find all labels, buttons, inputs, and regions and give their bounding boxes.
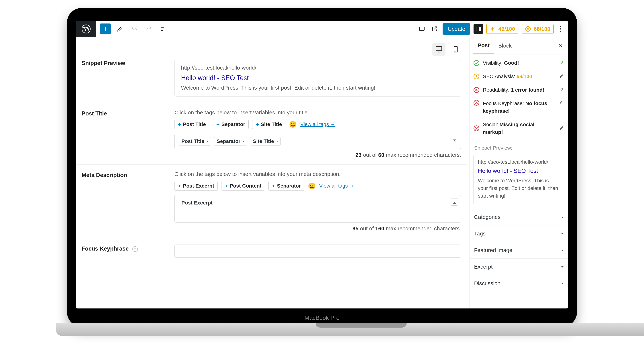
chevron-down-icon bbox=[561, 266, 564, 268]
status-visibility[interactable]: Visibility: Good! bbox=[473, 56, 564, 70]
used-tag-post-excerpt[interactable]: Post Excerpt bbox=[179, 199, 219, 207]
snippet-description: Welcome to WordPress. This is your first… bbox=[181, 85, 454, 91]
laptop-bezel: Update 46/100 68/100 bbox=[67, 8, 577, 327]
tag-label: Post Excerpt bbox=[183, 183, 214, 189]
emoji-picker-button[interactable]: 😀 bbox=[289, 121, 297, 128]
post-title-char-count: 23 out of 60 max recommended characters. bbox=[174, 152, 461, 158]
panel-categories[interactable]: Categories bbox=[470, 209, 568, 225]
post-title-input[interactable]: Post Title Separator Site Title bbox=[174, 134, 461, 149]
wordpress-logo[interactable] bbox=[76, 21, 96, 37]
edit-tool-button[interactable] bbox=[114, 24, 125, 34]
chevron-down-icon bbox=[207, 141, 208, 142]
laptop-base bbox=[56, 323, 644, 336]
update-button[interactable]: Update bbox=[442, 23, 470, 34]
snippet-description: Welcome to WordPress. This is your first… bbox=[478, 177, 560, 200]
sidebar-toggle-button[interactable] bbox=[474, 24, 483, 34]
readability-score-badge[interactable]: 46/100 bbox=[486, 24, 518, 34]
edit-icon[interactable] bbox=[559, 60, 564, 66]
snippet-preview-label: Snippet Preview bbox=[82, 59, 174, 96]
tag-label: Site Title bbox=[261, 122, 282, 127]
svg-point-6 bbox=[560, 26, 561, 27]
svg-rect-3 bbox=[479, 27, 480, 31]
add-tag-separator[interactable]: +Separator bbox=[213, 120, 248, 129]
target-icon bbox=[525, 26, 531, 32]
snippet-url: http://seo-test.local/hello-world/ bbox=[478, 159, 560, 165]
plus-icon: + bbox=[256, 121, 259, 128]
emoji-picker-button[interactable]: 😀 bbox=[308, 182, 316, 190]
status-social[interactable]: Social: Missing social markup! bbox=[473, 118, 564, 139]
chevron-down-icon bbox=[561, 217, 564, 219]
clear-input-button[interactable] bbox=[451, 198, 458, 206]
svg-point-5 bbox=[527, 28, 529, 30]
used-tag-separator[interactable]: Separator bbox=[214, 137, 247, 146]
error-circle-icon bbox=[473, 100, 480, 106]
preview-desktop-button[interactable] bbox=[432, 42, 446, 56]
post-title-label: Post Title bbox=[82, 110, 174, 158]
tab-post[interactable]: Post bbox=[473, 37, 494, 54]
svg-point-7 bbox=[560, 28, 561, 30]
preview-device-switch bbox=[432, 42, 462, 56]
more-options-button[interactable] bbox=[557, 26, 564, 32]
tag-label: Separator bbox=[277, 183, 301, 189]
meta-description-label: Meta Description bbox=[82, 171, 174, 232]
status-focus-keyphrase[interactable]: Focus Keyphrase: No focus keyphrase! bbox=[473, 97, 564, 118]
snippet-preview-box: http://seo-test.local/hello-world/ Hello… bbox=[174, 59, 461, 96]
seo-status-list: Visibility: Good! SEO Analysis: 68/100 R… bbox=[470, 54, 568, 141]
used-tag-site-title[interactable]: Site Title bbox=[250, 137, 281, 146]
editor-main-area: Snippet Preview http://seo-test.local/he… bbox=[76, 37, 470, 308]
sidebar-tabs: Post Block bbox=[470, 37, 568, 54]
svg-rect-1 bbox=[419, 27, 424, 30]
edit-icon[interactable] bbox=[559, 100, 564, 106]
add-tag-site-title[interactable]: +Site Title bbox=[252, 120, 286, 129]
chevron-down-icon bbox=[215, 203, 216, 204]
plus-icon: + bbox=[178, 121, 181, 128]
panel-tags[interactable]: Tags bbox=[470, 225, 568, 242]
chevron-down-icon bbox=[561, 233, 564, 236]
meta-description-char-count: 85 out of 160 max recommended characters… bbox=[174, 226, 461, 232]
status-seo-analysis[interactable]: SEO Analysis: 68/100 bbox=[473, 70, 564, 83]
panel-featured-image[interactable]: Featured image bbox=[470, 242, 568, 258]
clear-input-button[interactable] bbox=[451, 137, 458, 144]
add-tag-post-title[interactable]: +Post Title bbox=[174, 120, 209, 129]
tab-block[interactable]: Block bbox=[494, 38, 516, 54]
status-readability[interactable]: Readability: 1 error found! bbox=[473, 83, 564, 97]
snippet-title: Hello world! - SEO Test bbox=[478, 168, 560, 174]
seo-score-badge[interactable]: 68/100 bbox=[522, 24, 554, 34]
used-tag-post-title[interactable]: Post Title bbox=[179, 137, 211, 146]
edit-icon[interactable] bbox=[559, 87, 564, 93]
add-tag-separator-meta[interactable]: +Separator bbox=[268, 181, 304, 191]
app-window: Update 46/100 68/100 bbox=[76, 21, 568, 308]
document-overview-button[interactable] bbox=[158, 24, 169, 34]
plus-icon: + bbox=[272, 183, 275, 189]
preview-mobile-button[interactable] bbox=[449, 42, 462, 56]
add-tag-post-content[interactable]: +Post Content bbox=[221, 181, 265, 191]
chevron-down-icon bbox=[561, 283, 564, 285]
sidebar-snippet-box: http://seo-test.local/hello-world/ Hello… bbox=[473, 154, 564, 204]
post-title-hint: Click on the tags below to insert variab… bbox=[174, 110, 461, 116]
laptop-frame: Update 46/100 68/100 bbox=[0, 0, 644, 362]
add-block-button[interactable] bbox=[100, 24, 111, 34]
open-external-button[interactable] bbox=[430, 24, 439, 34]
focus-keyphrase-input[interactable] bbox=[174, 244, 461, 258]
add-tag-post-excerpt[interactable]: +Post Excerpt bbox=[174, 181, 218, 191]
laptop-model-label: MacBook Pro bbox=[67, 314, 577, 321]
svg-rect-9 bbox=[436, 46, 442, 51]
view-all-tags-link[interactable]: View all tags → bbox=[300, 122, 335, 127]
close-sidebar-button[interactable] bbox=[557, 42, 564, 49]
help-icon[interactable]: ? bbox=[132, 246, 138, 252]
redo-button[interactable] bbox=[144, 24, 154, 34]
chevron-down-icon bbox=[243, 141, 244, 142]
settings-sidebar: Post Block Visibility: Good! SEO Analysi bbox=[470, 37, 568, 308]
plus-icon: + bbox=[225, 183, 228, 189]
view-all-tags-link[interactable]: View all tags → bbox=[319, 183, 354, 189]
panel-excerpt[interactable]: Excerpt bbox=[470, 258, 568, 275]
view-desktop-button[interactable] bbox=[417, 24, 426, 34]
panel-discussion[interactable]: Discussion bbox=[470, 275, 568, 292]
undo-button[interactable] bbox=[129, 24, 140, 34]
edit-icon[interactable] bbox=[559, 74, 564, 80]
tag-label: Post Content bbox=[230, 183, 261, 189]
focus-keyphrase-label: Focus Keyphrase ? bbox=[82, 244, 174, 258]
error-circle-icon bbox=[473, 87, 480, 93]
edit-icon[interactable] bbox=[559, 125, 564, 132]
meta-description-input[interactable]: Post Excerpt bbox=[174, 195, 461, 222]
